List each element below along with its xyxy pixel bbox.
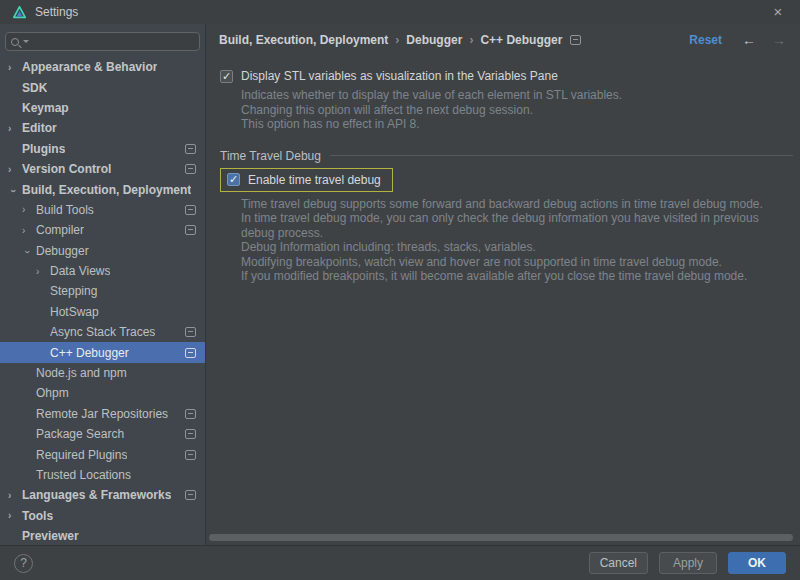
help-button[interactable]: ? — [14, 554, 33, 573]
sidebar-item-build-tools[interactable]: ›Build Tools — [0, 200, 205, 220]
sidebar-item-trusted-locations[interactable]: Trusted Locations — [0, 465, 205, 485]
sidebar-item-label: C++ Debugger — [50, 346, 129, 360]
sidebar-item-ohpm[interactable]: Ohpm — [0, 383, 205, 403]
sidebar-item-label: Previewer — [22, 529, 79, 543]
sidebar-item-plugins[interactable]: Plugins — [0, 139, 205, 159]
cancel-button[interactable]: Cancel — [589, 552, 648, 574]
chevron-right-icon[interactable]: › — [8, 490, 22, 501]
chevron-right-icon[interactable]: › — [8, 62, 22, 73]
chevron-right-icon[interactable]: › — [8, 510, 22, 521]
sidebar-item-label: Ohpm — [36, 386, 69, 400]
page-icon — [185, 429, 196, 439]
settings-tree: ›Appearance & BehaviorSDKKeymap›EditorPl… — [0, 57, 205, 545]
chevron-right-icon[interactable]: › — [36, 266, 50, 277]
page-icon — [185, 348, 196, 358]
apply-button[interactable]: Apply — [659, 552, 717, 574]
description-line: This option has no effect in API 8. — [241, 117, 800, 132]
sidebar-item-stepping[interactable]: Stepping — [0, 281, 205, 301]
sidebar-item-remote-jar-repositories[interactable]: Remote Jar Repositories — [0, 404, 205, 424]
dialog-footer: ? Cancel Apply OK — [0, 545, 800, 580]
page-icon — [185, 409, 196, 419]
section-title: Time Travel Debug — [220, 149, 321, 163]
sidebar-item-async-stack-traces[interactable]: Async Stack Traces — [0, 322, 205, 342]
sidebar-item-label: Required Plugins — [36, 448, 127, 462]
description-line: debug process. — [241, 226, 800, 241]
ttd-checkbox[interactable]: ✓ — [227, 173, 240, 186]
ok-button[interactable]: OK — [728, 552, 786, 574]
search-caret-icon — [23, 40, 29, 43]
page-icon — [185, 225, 196, 235]
settings-content: Build, Execution, Deployment›Debugger›C+… — [207, 24, 800, 545]
sidebar-item-label: Languages & Frameworks — [22, 488, 171, 502]
breadcrumb-bar: Build, Execution, Deployment›Debugger›C+… — [207, 24, 800, 56]
sidebar-item-tools[interactable]: ›Tools — [0, 506, 205, 526]
ttd-option-highlight: ✓ Enable time travel debug — [220, 168, 393, 192]
sidebar-item-editor[interactable]: ›Editor — [0, 118, 205, 138]
sidebar-item-label: Remote Jar Repositories — [36, 407, 168, 421]
sidebar-item-version-control[interactable]: ›Version Control — [0, 159, 205, 179]
sidebar-item-previewer[interactable]: Previewer — [0, 526, 205, 545]
sidebar-item-label: Stepping — [50, 284, 97, 298]
chevron-right-icon[interactable]: › — [8, 123, 22, 134]
title-bar: Settings × — [0, 0, 800, 24]
description-line: Debug Information including: threads, st… — [241, 240, 800, 255]
sidebar-item-label: Version Control — [22, 162, 111, 176]
description-line: In time travel debug mode, you can only … — [241, 211, 800, 226]
sidebar-item-label: Debugger — [36, 244, 89, 258]
section-separator — [330, 155, 793, 156]
chevron-right-icon[interactable]: › — [8, 164, 22, 175]
chevron-down-icon[interactable]: › — [8, 184, 19, 198]
sidebar-item-sdk[interactable]: SDK — [0, 77, 205, 97]
page-icon — [185, 490, 196, 500]
back-arrow-icon[interactable]: ← — [742, 32, 756, 48]
sidebar-item-node-js-and-npm[interactable]: Node.js and npm — [0, 363, 205, 383]
breadcrumb-part-c-debugger[interactable]: C++ Debugger — [480, 33, 562, 47]
settings-sidebar: ›Appearance & BehaviorSDKKeymap›EditorPl… — [0, 24, 206, 545]
sidebar-item-c-debugger[interactable]: C++ Debugger — [0, 342, 205, 362]
breadcrumb-separator: › — [388, 33, 406, 47]
sidebar-item-package-search[interactable]: Package Search — [0, 424, 205, 444]
sidebar-item-debugger[interactable]: ›Debugger — [0, 241, 205, 261]
sidebar-item-required-plugins[interactable]: Required Plugins — [0, 444, 205, 464]
close-icon[interactable]: × — [769, 3, 787, 21]
chevron-right-icon[interactable]: › — [22, 204, 36, 215]
description-line: Indicates whether to display the value o… — [241, 88, 800, 103]
sidebar-item-build-execution-deployment[interactable]: ›Build, Execution, Deployment — [0, 179, 205, 199]
sidebar-item-keymap[interactable]: Keymap — [0, 98, 205, 118]
description-line: If you modified breakpoints, it will bec… — [241, 269, 800, 284]
search-input[interactable] — [5, 32, 200, 51]
ttd-option-label[interactable]: Enable time travel debug — [248, 173, 381, 187]
breadcrumb: Build, Execution, Deployment›Debugger›C+… — [219, 33, 562, 47]
stl-checkbox[interactable]: ✓ — [220, 70, 233, 83]
description-line: Time travel debug supports some forward … — [241, 197, 800, 212]
sidebar-item-hotswap[interactable]: HotSwap — [0, 302, 205, 322]
sidebar-item-appearance-behavior[interactable]: ›Appearance & Behavior — [0, 57, 205, 77]
stl-option-label[interactable]: Display STL variables as visualization i… — [241, 69, 558, 83]
time-travel-section-header: Time Travel Debug — [220, 149, 800, 163]
page-icon — [185, 205, 196, 215]
sidebar-item-label: Keymap — [22, 101, 69, 115]
breadcrumb-part-debugger[interactable]: Debugger — [406, 33, 462, 47]
ttd-option-description: Time travel debug supports some forward … — [241, 197, 800, 284]
sidebar-item-label: Appearance & Behavior — [22, 60, 157, 74]
page-icon — [185, 450, 196, 460]
app-logo-icon — [13, 6, 26, 19]
sidebar-item-languages-frameworks[interactable]: ›Languages & Frameworks — [0, 485, 205, 505]
debugger-options-panel: ✓ Display STL variables as visualization… — [207, 69, 800, 284]
page-icon — [185, 164, 196, 174]
sidebar-item-label: Compiler — [36, 223, 84, 237]
horizontal-scrollbar[interactable] — [209, 534, 793, 541]
chevron-right-icon[interactable]: › — [22, 225, 36, 236]
chevron-down-icon[interactable]: › — [22, 245, 33, 259]
page-icon — [185, 327, 196, 337]
sidebar-item-compiler[interactable]: ›Compiler — [0, 220, 205, 240]
sidebar-item-label: SDK — [22, 81, 47, 95]
sidebar-item-label: Data Views — [50, 264, 110, 278]
reset-link[interactable]: Reset — [689, 33, 722, 47]
search-icon — [11, 38, 19, 46]
sidebar-item-data-views[interactable]: ›Data Views — [0, 261, 205, 281]
breadcrumb-part-build-execution-deployment[interactable]: Build, Execution, Deployment — [219, 33, 388, 47]
page-icon — [570, 35, 581, 45]
sidebar-item-label: Node.js and npm — [36, 366, 127, 380]
sidebar-item-label: Build, Execution, Deployment — [22, 183, 191, 197]
